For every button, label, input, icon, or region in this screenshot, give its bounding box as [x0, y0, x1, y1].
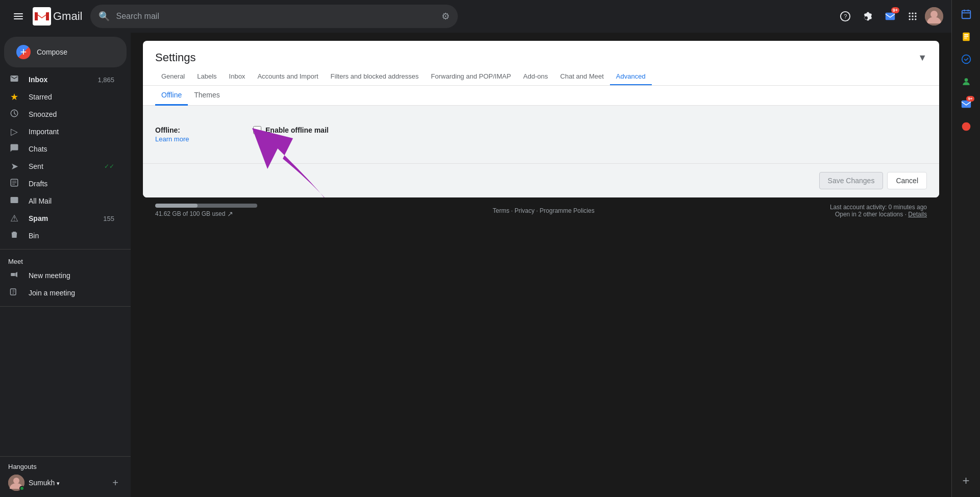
- storage-section: 41.62 GB of 100 GB used ↗: [155, 204, 257, 218]
- search-input[interactable]: [116, 12, 435, 21]
- offline-section: Offline: Learn more Enable offline mail: [155, 118, 927, 151]
- tab-advanced[interactable]: Advanced: [610, 68, 652, 86]
- offline-label: Offline:: [155, 126, 180, 134]
- join-meeting-icon: [8, 287, 20, 299]
- subtab-offline[interactable]: Offline: [155, 86, 188, 106]
- search-bar[interactable]: 🔍 ⚙: [90, 5, 458, 28]
- settings-title-bar: Settings ▼: [143, 41, 939, 64]
- user-avatar[interactable]: [925, 7, 943, 26]
- important-icon: ▷: [8, 126, 20, 137]
- keep-icon[interactable]: [956, 27, 976, 47]
- hangout-chevron: ▾: [57, 480, 60, 486]
- inbox-label: Inbox: [29, 76, 89, 84]
- compose-button[interactable]: + Compose: [4, 37, 127, 67]
- svg-point-11: [962, 122, 970, 131]
- app-strip: 9+ +: [951, 0, 980, 497]
- svg-point-23: [909, 15, 911, 17]
- add-app-button[interactable]: +: [956, 470, 976, 491]
- storage-bar: [155, 204, 257, 208]
- tab-chat[interactable]: Chat and Meet: [554, 68, 610, 86]
- sidebar-item-chats[interactable]: Chats: [0, 141, 122, 157]
- calendar-icon[interactable]: [956, 4, 976, 24]
- sidebar-item-snoozed[interactable]: Snoozed: [0, 106, 122, 122]
- privacy-link[interactable]: Privacy: [514, 207, 534, 214]
- offline-row: Offline: Learn more Enable offline mail: [155, 118, 927, 151]
- sidebar-item-new-meeting[interactable]: New meeting: [0, 267, 122, 284]
- learn-more-link[interactable]: Learn more: [155, 135, 237, 143]
- svg-point-27: [912, 18, 913, 20]
- gmail-addon-button[interactable]: 9+: [880, 6, 900, 27]
- gmail-logo: Gmail: [33, 7, 82, 26]
- sidebar-item-join-meeting[interactable]: Join a meeting: [0, 285, 122, 301]
- drafts-label: Drafts: [29, 180, 114, 188]
- storage-text: 41.62 GB of 100 GB used ↗: [155, 210, 257, 218]
- tab-labels[interactable]: Labels: [191, 68, 223, 86]
- chats-icon: [8, 143, 20, 155]
- subtab-themes[interactable]: Themes: [188, 86, 226, 106]
- tab-addons[interactable]: Add-ons: [517, 68, 554, 86]
- settings-panel: Settings ▼ General Labels Inbox Accounts…: [143, 41, 939, 197]
- save-changes-button[interactable]: Save Changes: [819, 172, 884, 189]
- mail-notification-badge: 9+: [966, 96, 974, 102]
- settings-collapse-icon[interactable]: ▼: [918, 53, 927, 63]
- hangout-avatar: [8, 475, 24, 491]
- inbox-count: 1,865: [97, 76, 114, 84]
- tab-filters[interactable]: Filters and blocked addresses: [325, 68, 425, 86]
- mail-plus-icon[interactable]: 9+: [956, 94, 976, 114]
- sidebar-item-spam[interactable]: ⚠ Spam 155: [0, 210, 122, 227]
- svg-point-9: [964, 78, 968, 82]
- gmail-label: Gmail: [53, 10, 82, 23]
- sidebar-footer: Hangouts Sumukh ▾ +: [0, 456, 131, 497]
- tab-forwarding[interactable]: Forwarding and POP/IMAP: [425, 68, 517, 86]
- tab-general[interactable]: General: [155, 68, 191, 86]
- svg-rect-5: [964, 34, 968, 35]
- footer-links: Terms · Privacy · Programme Policies: [493, 207, 594, 214]
- sidebar-item-bin[interactable]: Bin: [0, 228, 122, 244]
- settings-subtabs: Offline Themes: [143, 86, 939, 106]
- activity-line1: Last account activity: 0 minutes ago: [830, 204, 927, 211]
- sidebar-item-sent[interactable]: ➤ Sent ✓✓: [0, 158, 122, 175]
- svg-point-20: [909, 13, 911, 14]
- svg-point-25: [915, 15, 916, 17]
- red-app-icon[interactable]: [956, 116, 976, 137]
- tab-inbox[interactable]: Inbox: [223, 68, 252, 86]
- tab-accounts[interactable]: Accounts and Import: [251, 68, 324, 86]
- drafts-icon: [8, 178, 20, 190]
- settings-button[interactable]: [857, 6, 878, 27]
- topbar-right: ? 9+: [835, 6, 943, 27]
- inbox-icon: [8, 74, 20, 86]
- activity-line2: Open in 2 other locations · Details: [830, 211, 927, 218]
- allmail-icon: [8, 195, 20, 207]
- storage-bar-fill: [155, 204, 198, 208]
- hangout-user[interactable]: Sumukh ▾ +: [8, 475, 122, 491]
- hangouts-label: Hangouts: [8, 463, 122, 470]
- main-content: Settings ▼ General Labels Inbox Accounts…: [131, 33, 951, 497]
- cancel-button[interactable]: Cancel: [887, 172, 927, 189]
- enable-offline-checkbox[interactable]: [253, 126, 261, 134]
- contacts-icon[interactable]: [956, 71, 976, 92]
- sidebar-item-allmail[interactable]: All Mail: [0, 193, 122, 209]
- sidebar-item-inbox[interactable]: Inbox 1,865: [0, 71, 122, 88]
- terms-link[interactable]: Terms: [493, 207, 509, 214]
- policies-link[interactable]: Programme Policies: [540, 207, 594, 214]
- storage-external-link-icon[interactable]: ↗: [227, 210, 233, 218]
- spam-label: Spam: [29, 214, 95, 222]
- details-link[interactable]: Details: [908, 211, 927, 218]
- sidebar-item-starred[interactable]: ★ Starred: [0, 89, 122, 105]
- starred-label: Starred: [29, 93, 114, 101]
- settings-body: Offline: Learn more Enable offline mail: [143, 106, 939, 163]
- svg-rect-7: [964, 38, 967, 39]
- menu-icon[interactable]: [8, 6, 29, 27]
- search-filter-icon[interactable]: ⚙: [442, 11, 450, 22]
- apps-button[interactable]: [902, 6, 923, 27]
- compose-plus-icon: +: [16, 45, 31, 59]
- hangout-add-button[interactable]: +: [108, 476, 122, 490]
- tasks-icon[interactable]: [956, 49, 976, 69]
- enable-offline-label: Enable offline mail: [265, 126, 329, 134]
- offline-label-col: Offline: Learn more: [155, 126, 237, 143]
- svg-rect-19: [886, 13, 895, 20]
- svg-rect-14: [14, 18, 23, 19]
- sidebar-item-important[interactable]: ▷ Important: [0, 123, 122, 140]
- help-button[interactable]: ?: [835, 6, 855, 27]
- sidebar-item-drafts[interactable]: Drafts: [0, 176, 122, 192]
